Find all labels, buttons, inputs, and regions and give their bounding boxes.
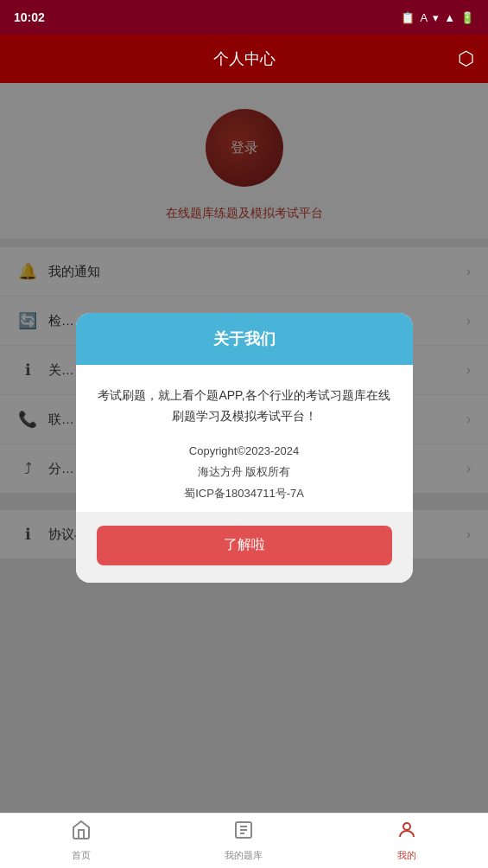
library-label: 我的题库	[225, 849, 263, 862]
profile-label: 我的	[397, 849, 416, 862]
list-icon	[233, 820, 254, 846]
svg-point-4	[403, 823, 410, 830]
home-icon	[71, 820, 92, 846]
a-icon: A	[420, 11, 428, 24]
main-content: 登录 在线题库练题及模拟考试平台 🔔 我的通知 › 🔄 检… › ℹ 关… › …	[0, 83, 488, 813]
bottom-nav: 首页 我的题库 我的	[0, 813, 488, 868]
dialog-copyright: Copyright©2023-2024 海达方舟 版权所有 蜀ICP备18034…	[97, 441, 392, 505]
battery-icon: 🔋	[460, 11, 474, 24]
understand-button[interactable]: 了解啦	[97, 526, 392, 565]
overlay: 关于我们 考试刷题，就上看个题APP,各个行业的考试习题库在线刷题学习及模拟考试…	[0, 83, 488, 813]
top-nav: 个人中心 ⬡	[0, 35, 488, 83]
copyright-line2: 海达方舟 版权所有	[97, 462, 392, 483]
status-bar: 10:02 📋 A ▾ ▲ 🔋	[0, 0, 488, 35]
copyright-line3: 蜀ICP备18034711号-7A	[97, 483, 392, 505]
dialog-body: 考试刷题，就上看个题APP,各个行业的考试习题库在线刷题学习及模拟考试平台！ C…	[76, 365, 413, 512]
dialog-title: 关于我们	[213, 330, 276, 348]
dialog-description: 考试刷题，就上看个题APP,各个行业的考试习题库在线刷题学习及模拟考试平台！	[97, 386, 392, 427]
bottom-nav-home[interactable]: 首页	[0, 814, 162, 868]
hexagon-icon[interactable]: ⬡	[458, 48, 474, 70]
copyright-line1: Copyright©2023-2024	[97, 441, 392, 463]
clipboard-icon: 📋	[401, 11, 415, 24]
status-icons: 📋 A ▾ ▲ 🔋	[401, 11, 474, 24]
user-icon	[396, 820, 417, 846]
wifi-icon: ▾	[433, 11, 439, 24]
signal-icon: ▲	[444, 11, 455, 24]
bottom-nav-library[interactable]: 我的题库	[162, 814, 325, 868]
bottom-nav-profile[interactable]: 我的	[326, 814, 488, 868]
dialog-footer: 了解啦	[76, 512, 413, 583]
dialog-header: 关于我们	[76, 313, 413, 365]
home-label: 首页	[72, 849, 91, 862]
dialog-about: 关于我们 考试刷题，就上看个题APP,各个行业的考试习题库在线刷题学习及模拟考试…	[76, 313, 413, 583]
page-title: 个人中心	[213, 48, 276, 69]
status-time: 10:02	[14, 10, 45, 24]
